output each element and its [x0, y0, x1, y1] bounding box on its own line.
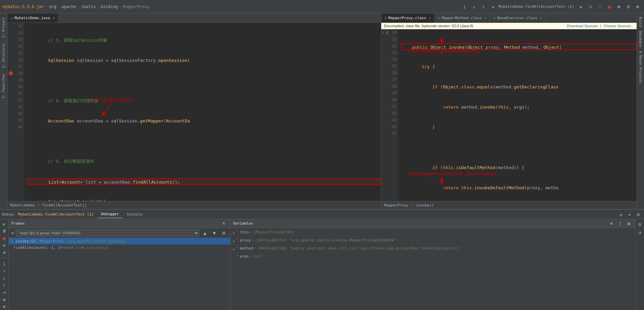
step-over-btn[interactable]: ⤵ — [461, 3, 468, 10]
coverage-btn[interactable]: ⚡ — [596, 3, 604, 10]
right-code-line-30: public Object invoke(Object proxy, Metho… — [401, 43, 637, 50]
expand-proxy[interactable]: ▶ — [233, 238, 235, 244]
sidebar-build[interactable]: Build — [638, 15, 643, 29]
sidebar-maven[interactable]: m Maven Projects — [638, 49, 643, 85]
add-watch-btn[interactable]: + — [608, 220, 615, 227]
right-gutter-42: 42 — [381, 110, 398, 117]
right-tab-bar: © MapperProxy.class × © MapperMethod.cla… — [381, 13, 637, 23]
frame-item-findall[interactable]: findAllAccounts:-1, $Proxy4 (com.sun.pro… — [9, 244, 230, 251]
class-file-icon-1: © — [385, 16, 387, 20]
run-to-cursor-debug-btn[interactable]: ⇥ — [1, 289, 8, 296]
tab-close-mapperproxy[interactable]: × — [429, 16, 431, 20]
right-code-line-32: if (Object.class.equals(method.getDeclar… — [401, 84, 637, 90]
left-sidebar: 1: Project 2: Structure 2: Favorites — [0, 13, 7, 209]
sort-btn[interactable]: ⋮ — [616, 220, 624, 227]
debug-tab-console[interactable]: Console — [124, 211, 146, 218]
variables-title: Variables — [233, 221, 253, 226]
debug-config-name: MybatisDemo.findAllAccountTest (1) — [18, 212, 94, 217]
tab-label-mapperproxy: MapperProxy.class — [388, 16, 426, 20]
gutter-34: 34 — [7, 43, 24, 50]
thread-up-btn[interactable]: ▲ — [201, 229, 209, 237]
run-to-cursor-btn[interactable]: ⇥ — [489, 3, 497, 10]
tab-close-baseexecutor[interactable]: × — [540, 16, 542, 20]
var-item-method[interactable]: ▶ ᴾ method = {Method@1764} "public abstr… — [230, 245, 635, 253]
right-gutter-40: 40 — [381, 96, 398, 103]
sidebar-database[interactable]: Database — [638, 29, 643, 49]
sidebar-item-structure[interactable]: 2: Structure — [1, 41, 6, 71]
debug-tab-debugger[interactable]: Debugger — [98, 210, 122, 218]
breakpoint-dot[interactable] — [9, 71, 13, 75]
gutter-38-bp[interactable]: 38 — [7, 70, 24, 77]
step-out-btn[interactable]: ↑ — [480, 3, 487, 10]
tab-mapperproxy[interactable]: © MapperProxy.class × — [381, 13, 435, 23]
bc-apache: apache — [61, 4, 76, 9]
more-btn[interactable]: ⊠ — [634, 3, 641, 10]
expand-all-btn[interactable]: ⊞ — [625, 220, 633, 227]
force-step-into-btn[interactable]: ⇓ — [1, 275, 8, 281]
var-item-args[interactable]: ▶ ᴾ args = null — [230, 253, 635, 261]
settings-btn[interactable]: ⊟ — [625, 3, 632, 10]
var-val-proxy: {$Proxy4@1752} "org.apache.ibatis.bindin… — [256, 237, 396, 243]
stop-debug-btn[interactable]: ■ — [1, 235, 8, 241]
frames-header: Frames ↯ — [9, 219, 230, 228]
debug-close-btn[interactable]: ✕ — [626, 211, 633, 218]
main-area: 1: Project 2: Structure 2: Favorites ☕ M… — [0, 13, 644, 209]
gutter-37: 37 — [7, 63, 24, 70]
tab-close-btn[interactable]: × — [53, 16, 55, 20]
sidebar-item-project[interactable]: 1: Project — [1, 15, 6, 40]
tab-mappermethod[interactable]: © MapperMethod.class × — [435, 13, 490, 23]
left-code-area[interactable]: 31 32 33 34 35 36 37 38 39 40 41 42 43 — [7, 23, 381, 201]
choose-sources-link[interactable]: Choose Sources... — [604, 24, 634, 28]
step-into-btn[interactable]: ↓ — [470, 3, 478, 10]
expand-this[interactable]: ▶ — [233, 230, 235, 236]
thread-filter-btn[interactable]: ⊞ — [220, 229, 227, 237]
frame-item-invoke[interactable]: ▸ invoke:57, MapperProxy (org.apache.iba… — [9, 238, 230, 244]
tab-baseexecutor[interactable]: © BaseExecutor.class × — [490, 13, 546, 23]
evaluate-btn[interactable]: ≡ — [1, 296, 8, 303]
view-breakpoints-btn[interactable]: ⊙ — [1, 242, 8, 248]
tab-close-mappermethod[interactable]: × — [484, 16, 486, 20]
tab-mybatisdemo[interactable]: ☕ MybatisDemo.java × — [7, 13, 58, 23]
var-item-proxy[interactable]: ▶ ᴾ proxy = {$Proxy4@1752} "org.apache.i… — [230, 237, 635, 245]
right-code-area[interactable]: ↑ @ 30 31 32 33 34 35 36 37 38 39 40 41 … — [381, 29, 637, 201]
expand-method[interactable]: ▶ — [233, 246, 235, 252]
pause-btn[interactable]: ⏸ — [1, 228, 8, 234]
var-item-this[interactable]: ▶ ᴾ this = {MapperProxy@1763} — [230, 229, 635, 237]
var-val-method: {Method@1764} "public abstract java.util… — [258, 245, 461, 251]
build-btn[interactable]: ⊞ — [615, 3, 622, 10]
trace-current-btn[interactable]: ⊕ — [1, 304, 8, 310]
right-code-line-37: return this.invokeDefaultMethod(proxy, m… — [401, 185, 637, 191]
frame-invoke-label: invoke:57, — [15, 239, 38, 243]
var-val-args: null — [254, 254, 263, 260]
resume-btn[interactable]: ▶ — [1, 221, 8, 227]
download-sources-link[interactable]: Download Sources — [567, 24, 598, 28]
left-status-bar: MybatisDemo › findAllAccountTest() — [7, 201, 381, 209]
export-threads-btn[interactable]: ↯ — [220, 220, 227, 227]
right-gutter-32: 32 — [381, 43, 398, 49]
step-out-debug-btn[interactable]: ↑ — [1, 282, 8, 288]
debug-panel: Debug: MybatisDemo.findAllAccountTest (1… — [0, 209, 644, 310]
var-settings-btn[interactable]: ⚙ — [636, 221, 644, 228]
var-p-this: ᴾ — [236, 229, 239, 235]
sidebar-item-favorites[interactable]: 2: Favorites — [1, 71, 6, 101]
right-gutter-37: 37 — [381, 76, 398, 83]
run-btn[interactable]: ▶ — [577, 3, 585, 10]
debug-restart-btn[interactable]: ↺ — [617, 211, 625, 218]
gutter-44: 44 — [7, 110, 24, 117]
mute-breakpoints-btn[interactable]: ⊚ — [1, 249, 8, 256]
thread-icon: ▣ — [11, 231, 14, 235]
status-method: findAllAccountTest() — [42, 203, 86, 207]
debug-settings-btn[interactable]: ⚙ — [635, 211, 642, 218]
left-tab-bar: ☕ MybatisDemo.java × — [7, 13, 381, 23]
variables-toolbar: + ⋮ ⊞ — [608, 220, 633, 227]
debug-btn[interactable]: ⚙ — [587, 3, 594, 10]
step-over-debug-btn[interactable]: ⤵ — [1, 260, 8, 267]
right-gutter-43-bp[interactable]: 43 — [381, 117, 398, 123]
editor-area: ☕ MybatisDemo.java × 31 32 33 34 35 36 3… — [7, 13, 637, 209]
step-into-debug-btn[interactable]: ↓ — [1, 267, 8, 274]
debug-content-area: ▶ ⏸ ■ ⊙ ⊚ ⤵ ↓ ⇓ ↑ ⇥ ≡ ⊕ Frames ↯ — [0, 219, 644, 310]
var-restore-btn[interactable]: ↺ — [636, 229, 644, 236]
thread-down-btn[interactable]: ▼ — [211, 229, 218, 237]
thread-dropdown[interactable]: "main"@1 in group "main": RUNNING — [16, 230, 199, 236]
stop-btn[interactable]: ■ — [606, 3, 613, 10]
